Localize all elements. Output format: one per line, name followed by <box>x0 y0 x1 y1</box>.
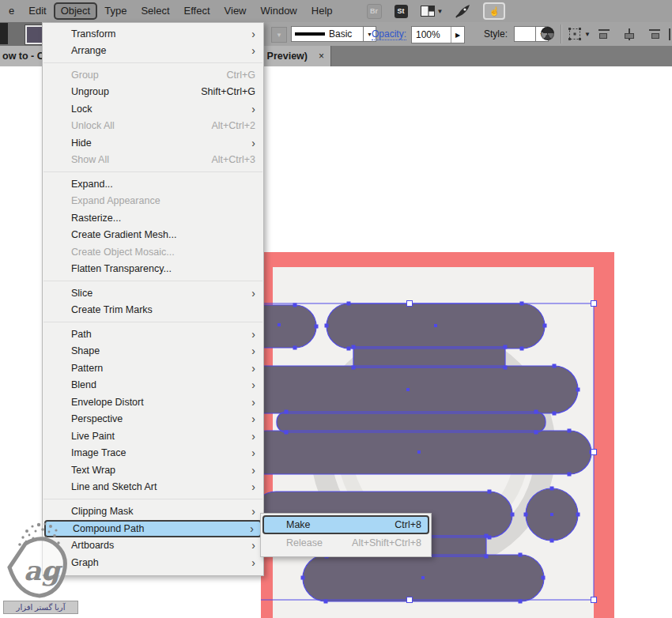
submenu-arrow-icon: › <box>242 397 255 408</box>
menu-shortcut: Alt+Ctrl+2 <box>202 120 255 131</box>
menu-item-slice[interactable]: Slice› <box>43 285 263 302</box>
hand-pointer-icon: ☝ <box>489 6 500 17</box>
menu-item-group: GroupCtrl+G <box>43 66 263 84</box>
menu-item-transform[interactable]: Transform› <box>43 25 263 43</box>
opacity-value: 100% <box>412 29 451 40</box>
menu-item-image-trace[interactable]: Image Trace› <box>43 445 263 462</box>
submenu-arrow-icon: › <box>242 447 255 458</box>
submenu-list: MakeCtrl+8ReleaseAlt+Shift+Ctrl+8 <box>262 515 429 552</box>
watermark-logo-icon: ag <box>0 518 84 601</box>
menubar-icons: Br St ▼ ☝ <box>367 2 506 20</box>
brush-definition-value: Basic <box>329 28 352 40</box>
style-swatch <box>514 26 536 42</box>
align-center-icon[interactable] <box>621 28 637 41</box>
bridge-badge-icon[interactable]: Br <box>367 4 382 19</box>
compound-path-submenu: MakeCtrl+8ReleaseAlt+Shift+Ctrl+8 <box>260 513 432 557</box>
style-label: Style: <box>484 28 508 40</box>
canvas-artwork[interactable] <box>261 248 617 618</box>
document-tab-title-right: U Preview) <box>257 51 308 62</box>
chevron-down-icon: ▼ <box>584 31 591 38</box>
watermark-banner: آریا گستر افزار <box>3 601 78 614</box>
menubar-item-e[interactable]: e <box>2 2 21 20</box>
submenu-arrow-icon: › <box>242 481 255 492</box>
menu-item-perspective[interactable]: Perspective› <box>43 411 263 428</box>
menu-item-unlock-all: Unlock AllAlt+Ctrl+2 <box>43 118 263 135</box>
menu-item-text-wrap[interactable]: Text Wrap› <box>43 462 263 479</box>
menubar-items: eEditObjectTypeSelectEffectViewWindowHel… <box>0 2 340 20</box>
menu-item-expand[interactable]: Expand... <box>43 175 263 193</box>
menubar-item-edit[interactable]: Edit <box>21 2 53 20</box>
menu-separator <box>43 499 262 499</box>
submenu-arrow-icon: › <box>242 465 255 476</box>
submenu-arrow-icon: › <box>240 523 254 534</box>
menu-separator <box>43 171 262 172</box>
panel-edge <box>0 23 8 44</box>
menu-item-pattern[interactable]: Pattern› <box>43 360 263 377</box>
menu-item-flatten-transparency[interactable]: Flatten Transparency... <box>43 261 263 278</box>
submenu-arrow-icon: › <box>242 138 255 149</box>
arrange-documents-button[interactable]: ▼ <box>421 6 444 17</box>
menu-item-shape[interactable]: Shape› <box>43 343 263 360</box>
menu-item-lock[interactable]: Lock› <box>43 100 263 118</box>
menu-shortcut: Shift+Ctrl+G <box>191 86 255 97</box>
arrange-documents-icon <box>421 6 435 17</box>
menu-item-create-gradient-mesh[interactable]: Create Gradient Mesh... <box>43 227 263 244</box>
menu-shortcut: Ctrl+G <box>217 70 255 81</box>
brush-definition-dropdown[interactable]: Basic ▼ <box>291 26 376 42</box>
distribute-icon[interactable] <box>668 28 672 41</box>
gpu-performance-icon[interactable] <box>455 4 470 18</box>
menu-item-envelope-distort[interactable]: Envelope Distort› <box>43 394 263 411</box>
opacity-link[interactable]: Opacity: <box>372 28 406 40</box>
menu-item-hide[interactable]: Hide› <box>43 134 263 152</box>
menubar-item-effect[interactable]: Effect <box>177 2 217 20</box>
submenu-arrow-icon: › <box>242 28 255 40</box>
menu-item-live-paint[interactable]: Live Paint› <box>43 428 263 445</box>
menubar-item-help[interactable]: Help <box>304 2 340 20</box>
menu-item-create-object-mosaic: Create Object Mosaic... <box>43 243 263 261</box>
align-right-icon[interactable] <box>645 28 661 41</box>
menu-separator <box>43 62 262 63</box>
submenu-arrow-icon: › <box>242 288 255 299</box>
menu-item-rasterize[interactable]: Rasterize... <box>43 209 263 227</box>
menu-item-path[interactable]: Path› <box>43 326 263 343</box>
menubar-item-window[interactable]: Window <box>254 2 304 20</box>
toolbar-divider <box>561 24 562 43</box>
submenu-arrow-icon: › <box>242 431 255 442</box>
chevron-down-icon: ▼ <box>437 8 444 15</box>
menu-item-expand-appearance: Expand Appearance <box>43 193 263 210</box>
submenu-arrow-icon: › <box>242 329 255 340</box>
document-tab-title-left: ow to - Cr <box>0 51 48 62</box>
menu-shortcut: Alt+Shift+Ctrl+8 <box>352 537 421 548</box>
close-tab-icon[interactable]: × <box>319 51 324 62</box>
submenu-arrow-icon: › <box>242 45 255 56</box>
submenu-arrow-icon: › <box>242 345 255 356</box>
recolor-artwork-icon[interactable] <box>541 27 554 40</box>
submenu-arrow-icon: › <box>242 413 255 424</box>
menu-item-blend[interactable]: Blend› <box>43 377 263 394</box>
submenu-item-release: ReleaseAlt+Shift+Ctrl+8 <box>262 534 429 552</box>
stock-badge-icon[interactable]: St <box>395 5 408 18</box>
menu-item-ungroup[interactable]: UngroupShift+Ctrl+G <box>43 84 263 101</box>
menu-item-clipping-mask[interactable]: Clipping Mask› <box>43 503 263 520</box>
align-left-icon[interactable] <box>598 28 613 41</box>
submenu-item-make[interactable]: MakeCtrl+8 <box>262 515 429 534</box>
transform-reference-button[interactable]: ▼ <box>568 27 591 41</box>
menubar-item-select[interactable]: Select <box>134 2 176 20</box>
transform-reference-icon <box>568 27 582 41</box>
opacity-field[interactable]: 100% ▶ <box>411 26 465 43</box>
submenu-arrow-icon: › <box>242 540 255 551</box>
opacity-spinner-icon[interactable]: ▶ <box>451 27 464 43</box>
touch-workspace-button[interactable]: ☝ <box>483 2 505 20</box>
menu-item-show-all: Show AllAlt+Ctrl+3 <box>43 152 263 169</box>
watermark: ag آریا گستر افزار <box>0 518 84 618</box>
stroke-preview-line <box>295 32 325 36</box>
menubar-item-object[interactable]: Object <box>54 2 98 20</box>
menubar-item-view[interactable]: View <box>217 2 254 20</box>
submenu-arrow-icon: › <box>242 506 255 517</box>
control-bar-left <box>0 22 44 46</box>
menu-item-line-and-sketch-art[interactable]: Line and Sketch Art› <box>43 479 263 496</box>
stroke-profile-dropdown: ▼ <box>271 27 287 43</box>
menubar-item-type[interactable]: Type <box>97 2 134 20</box>
menu-item-arrange[interactable]: Arrange› <box>43 43 263 60</box>
menu-item-create-trim-marks[interactable]: Create Trim Marks <box>43 302 263 319</box>
